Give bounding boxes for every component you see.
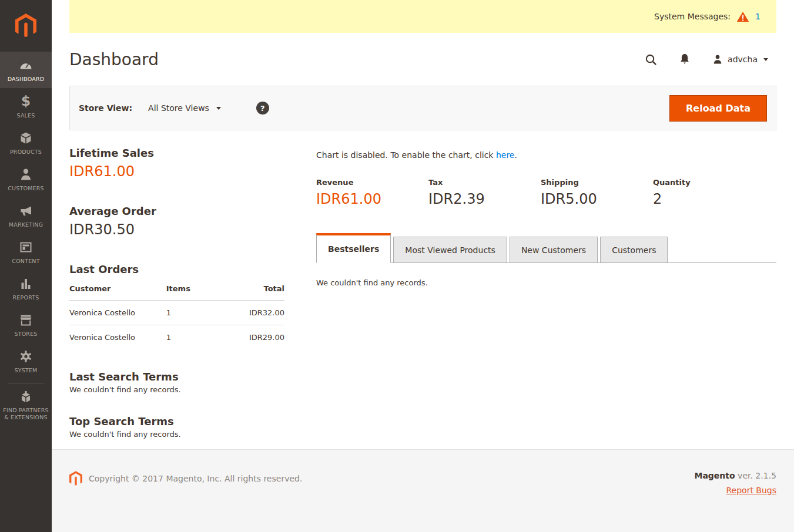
chart-disabled-notice: Chart is disabled. To enable the chart, … [316, 150, 776, 160]
sales-dollar-icon: $ [21, 94, 31, 109]
footer-copyright-wrap: Copyright © 2017 Magento, Inc. All right… [69, 471, 302, 486]
last-search-terms-block: Last Search Terms We couldn't find any r… [69, 371, 284, 394]
dashboard-content: Lifetime Sales IDR61.00 Average Order ID… [52, 130, 794, 449]
enable-chart-link[interactable]: here [496, 150, 515, 160]
sidebar-item-customers[interactable]: CUSTOMERS [0, 161, 52, 197]
metric-value: 2 [653, 191, 765, 207]
footer-version: ver. 2.1.5 [738, 471, 776, 480]
sidebar-item-reports[interactable]: REPORTS [0, 270, 52, 307]
sidebar-item-dashboard[interactable]: DASHBOARD [0, 52, 52, 88]
report-bugs-link[interactable]: Report Bugs [726, 486, 776, 495]
order-items: 1 [166, 301, 225, 325]
right-column: Chart is disabled. To enable the chart, … [316, 147, 776, 437]
dashboard-toolbar: Store View: All Store Views ? Reload Dat… [69, 86, 776, 130]
dashboard-tabs: Bestsellers Most Viewed Products New Cus… [316, 233, 776, 263]
magento-logo-icon [15, 14, 36, 38]
top-search-terms-block: Top Search Terms We couldn't find any re… [69, 415, 284, 439]
username: advcha [728, 55, 758, 64]
tab-most-viewed-products[interactable]: Most Viewed Products [393, 237, 507, 262]
user-avatar-icon [712, 54, 723, 65]
last-orders-block: Last Orders Customer Items Total Veronic… [69, 263, 284, 349]
footer-version-wrap: Magento ver. 2.1.5 Report Bugs [694, 471, 776, 495]
customers-person-icon [19, 167, 33, 182]
average-order-block: Average Order IDR30.50 [69, 205, 284, 238]
metric-tax: Tax IDR2.39 [428, 178, 541, 207]
sidebar-item-label: DASHBOARD [8, 76, 45, 83]
store-view-label: Store View: [79, 103, 132, 113]
notifications-bell-icon[interactable] [679, 53, 690, 65]
sidebar-item-system[interactable]: SYSTEM [0, 343, 52, 379]
sidebar-item-label: FIND PARTNERS & EXTENSIONS [1, 407, 51, 421]
system-messages-label: System Messages: [654, 12, 731, 21]
empty-records-message: We couldn't find any records. [69, 385, 284, 394]
column-header-total[interactable]: Total [225, 280, 284, 301]
main-area: System Messages: 1 Dashboard [52, 0, 794, 532]
sidebar-item-stores[interactable]: STORES [0, 307, 52, 343]
column-header-customer[interactable]: Customer [69, 280, 166, 301]
order-items: 1 [166, 325, 225, 350]
help-icon[interactable]: ? [256, 102, 269, 115]
tab-new-customers[interactable]: New Customers [510, 237, 598, 262]
chart-notice-period: . [515, 150, 517, 160]
sidebar-item-label: SYSTEM [14, 367, 37, 374]
sidebar-item-label: CONTENT [12, 258, 39, 265]
sidebar-item-label: SALES [16, 112, 35, 119]
reload-data-button[interactable]: Reload Data [669, 95, 767, 122]
empty-records-message: We couldn't find any records. [69, 430, 284, 439]
store-view-select[interactable]: All Store Views [148, 103, 221, 113]
sidebar-item-label: PRODUCTS [10, 149, 42, 156]
sidebar-item-label: CUSTOMERS [8, 185, 44, 192]
left-column: Lifetime Sales IDR61.00 Average Order ID… [69, 147, 284, 437]
sidebar-item-label: STORES [14, 331, 37, 338]
system-messages-count[interactable]: 1 [755, 12, 761, 21]
system-messages-banner: System Messages: 1 [69, 0, 776, 33]
products-box-icon [19, 130, 33, 146]
metric-label: Shipping [541, 178, 653, 187]
order-customer: Veronica Costello [69, 325, 166, 350]
chevron-down-icon [763, 58, 768, 61]
empty-records-message: We couldn't find any records. [316, 278, 428, 287]
sidebar-divider [8, 383, 43, 383]
metric-revenue: Revenue IDR61.00 [316, 178, 428, 207]
order-total: IDR32.00 [225, 301, 284, 325]
metric-label: Revenue [316, 178, 428, 187]
last-orders-title: Last Orders [69, 263, 284, 275]
tab-panel: We couldn't find any records. [316, 263, 776, 287]
user-menu[interactable]: advcha [712, 54, 768, 65]
sidebar-item-label: MARKETING [9, 221, 43, 228]
order-total: IDR29.00 [225, 325, 284, 350]
chevron-down-icon [216, 107, 221, 110]
metric-value: IDR61.00 [316, 191, 428, 207]
tab-customers[interactable]: Customers [600, 237, 668, 262]
tab-bestsellers[interactable]: Bestsellers [316, 233, 391, 263]
lifetime-sales-block: Lifetime Sales IDR61.00 [69, 147, 284, 180]
table-row[interactable]: Veronica Costello 1 IDR32.00 [69, 301, 284, 325]
sidebar-item-find-partners[interactable]: FIND PARTNERS & EXTENSIONS [0, 387, 52, 423]
average-order-title: Average Order [69, 205, 284, 217]
order-customer: Veronica Costello [69, 301, 166, 325]
store-view-value: All Store Views [148, 103, 209, 113]
sidebar-item-label: REPORTS [13, 294, 39, 301]
last-orders-table: Customer Items Total Veronica Costello 1… [69, 280, 284, 349]
magento-logo[interactable] [0, 0, 52, 52]
lifetime-sales-value: IDR61.00 [69, 163, 284, 180]
search-icon[interactable] [645, 53, 657, 66]
sidebar-item-marketing[interactable]: MARKETING [0, 197, 52, 234]
admin-sidebar: DASHBOARD $ SALES PRODUCTS CUSTOMERS [0, 0, 52, 532]
magento-footer-logo-icon [69, 471, 82, 486]
sidebar-item-sales[interactable]: $ SALES [0, 88, 52, 124]
header-actions: advcha [645, 53, 768, 66]
marketing-megaphone-icon [19, 203, 33, 218]
warning-triangle-icon[interactable] [736, 11, 749, 22]
footer-brand: Magento [694, 471, 735, 480]
content-layout-icon [19, 240, 33, 255]
sidebar-item-products[interactable]: PRODUCTS [0, 124, 52, 161]
page-header: Dashboard advcha [52, 33, 794, 86]
metric-value: IDR2.39 [428, 191, 541, 207]
reports-bars-icon [19, 276, 33, 291]
table-row[interactable]: Veronica Costello 1 IDR29.00 [69, 325, 284, 350]
top-search-terms-title: Top Search Terms [69, 415, 284, 427]
metric-label: Quantity [653, 178, 765, 187]
sidebar-item-content[interactable]: CONTENT [0, 234, 52, 270]
column-header-items[interactable]: Items [166, 280, 225, 301]
